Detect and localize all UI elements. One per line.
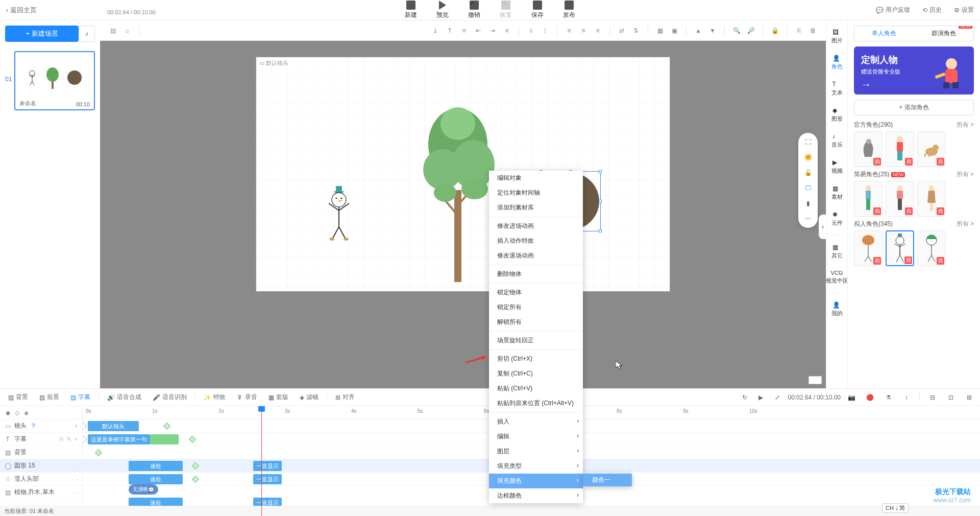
zoom-out-icon[interactable]: 🔎 xyxy=(745,25,756,36)
cm-cut[interactable]: 剪切 (Ctrl+X) xyxy=(489,351,583,366)
cat-humanoid-all[interactable]: 所有 > xyxy=(957,220,974,228)
stage[interactable]: ▭ 默认镜头 xyxy=(256,57,670,291)
collapse-right-panel[interactable]: › xyxy=(819,215,827,239)
cm-edit-object[interactable]: 编辑对象 xyxy=(489,171,583,185)
role-item[interactable]: 商 xyxy=(917,181,946,217)
rtab-material[interactable]: ▦素材 xyxy=(827,183,847,203)
role-item[interactable]: 商 xyxy=(886,181,914,217)
add-role-button[interactable]: + 添加角色 xyxy=(854,100,974,115)
rtab-component[interactable]: ✱元件 xyxy=(827,209,847,229)
role-item[interactable]: 商 xyxy=(854,131,883,167)
block-subtitle[interactable]: 这里是举例字幕第一句 xyxy=(88,434,150,444)
tl-record-icon[interactable]: 🔴 xyxy=(864,392,875,403)
rtab-role[interactable]: 👤角色 xyxy=(827,53,847,73)
align-right-icon[interactable]: ⇥ xyxy=(487,25,498,36)
flip-h-icon[interactable]: ⇄ xyxy=(616,25,627,36)
ime-indicator[interactable]: CH ♩ 简 xyxy=(882,503,909,513)
rtab-text[interactable]: T文本 xyxy=(827,79,847,99)
delete-icon[interactable]: 🗑 xyxy=(807,25,819,36)
cat-simple-all[interactable]: 所有 > xyxy=(957,170,974,179)
tree-object[interactable] xyxy=(414,103,501,282)
cm-exit-anim[interactable]: 修改退场动画 xyxy=(489,248,583,263)
align-center-v-icon[interactable]: ≡ xyxy=(458,25,470,36)
tl-fit-icon[interactable]: ⊡ xyxy=(945,392,957,403)
tl-loop-icon[interactable]: ↻ xyxy=(739,392,750,403)
snowman-object[interactable] xyxy=(326,186,352,241)
tab-group-role[interactable]: 群演角色NEW xyxy=(914,26,974,41)
block-always[interactable]: 一直显示 xyxy=(253,474,282,484)
tl-shrink-icon[interactable]: ⊟ xyxy=(927,392,938,403)
text-center-icon[interactable]: ≡ xyxy=(578,25,589,36)
tl-filter-icon[interactable]: ⚗ xyxy=(883,392,894,403)
ungroup-icon[interactable]: ▣ xyxy=(669,25,680,36)
cm-color-one[interactable]: 颜色一 xyxy=(583,474,632,486)
cm-paste-in-place[interactable]: 粘贴到原来位置 (Ctrl+Alt+V) xyxy=(489,396,583,411)
tab-single-role[interactable]: 单人角色 xyxy=(854,26,914,41)
help-icon[interactable]: ? xyxy=(30,423,37,430)
home-icon[interactable]: ⌂ xyxy=(121,25,133,36)
keyframe[interactable] xyxy=(189,436,196,443)
rtab-image[interactable]: 🖼图片 xyxy=(827,27,847,46)
cm-lock-all[interactable]: 锁定所有 xyxy=(489,300,583,315)
tl-expand-icon[interactable]: ⤢ xyxy=(772,392,783,403)
back-button[interactable]: ‹ 返回主页 xyxy=(6,6,37,15)
rtab-video[interactable]: ▶视频 xyxy=(827,157,847,177)
row-subtitle[interactable]: T字幕⎘✎+ xyxy=(0,433,82,446)
kf-add[interactable] xyxy=(83,423,87,430)
role-item[interactable]: 商 xyxy=(917,230,946,266)
block-fadein[interactable]: 速绘 xyxy=(129,474,183,484)
cm-copy[interactable]: 复制 (Ctrl+C) xyxy=(489,366,583,381)
group-icon[interactable]: ▦ xyxy=(654,25,666,36)
new-button[interactable]: 新建 xyxy=(405,1,417,19)
cm-layer[interactable]: 图层 xyxy=(489,444,583,459)
cm-unlock-all[interactable]: 解锁所有 xyxy=(489,315,583,330)
tl-tab-bg[interactable]: ▨ 背景 xyxy=(5,391,31,404)
fullscreen-icon[interactable]: ⛶ xyxy=(803,138,813,146)
distribute-v-icon[interactable]: ⫶ xyxy=(540,25,551,36)
redo-button[interactable]: ↷恢复 xyxy=(500,1,512,19)
keyframe[interactable] xyxy=(163,423,170,430)
canvas-mode-toggle[interactable] xyxy=(808,376,822,384)
cm-border-color[interactable]: 边框颜色 xyxy=(489,488,583,503)
settings-button[interactable]: ⚙ 设置 xyxy=(954,6,974,14)
tl-tab-fg[interactable]: ▨ 前景 xyxy=(36,391,62,404)
role-item[interactable]: 商 xyxy=(854,230,883,266)
scene-card[interactable]: 未命名 00:10 xyxy=(14,51,95,110)
scene-item[interactable]: 01 未命名 00:10 xyxy=(5,51,95,110)
text-left-icon[interactable]: ≡ xyxy=(564,25,575,36)
cm-fill-color[interactable]: 填充颜色 颜色一 xyxy=(489,474,583,488)
row-plant[interactable]: ▤植物,乔木,草木·· xyxy=(0,486,82,499)
cm-fill-type[interactable]: 填充类型 xyxy=(489,459,583,474)
rtab-shape[interactable]: ◆图形 xyxy=(827,105,847,125)
keyframe[interactable] xyxy=(192,476,199,483)
rtab-mine[interactable]: 👤我的 xyxy=(827,299,847,319)
cm-add-to-library[interactable]: 添加到素材库 xyxy=(489,200,583,215)
lock-icon[interactable]: 🔒 xyxy=(769,25,780,36)
unlock-icon[interactable]: 🔓 xyxy=(803,169,813,177)
tl-tab-template[interactable]: ▦ 套版 xyxy=(265,391,291,404)
bring-front-icon[interactable]: ▲ xyxy=(693,25,704,36)
flip-v-icon[interactable]: ⇅ xyxy=(630,25,642,36)
align-bottom-icon[interactable]: ⤓ xyxy=(430,25,441,36)
cm-lock[interactable]: 锁定物体 xyxy=(489,285,583,300)
publish-button[interactable]: 发布 xyxy=(563,1,575,19)
align-left-icon[interactable]: ⇤ xyxy=(473,25,484,36)
tl-tab-subtitle[interactable]: ▤ 字幕 xyxy=(67,391,93,404)
tl-play-icon[interactable]: ▶ xyxy=(755,392,767,403)
role-item[interactable]: 商 xyxy=(854,181,883,217)
playhead[interactable] xyxy=(261,406,262,516)
promo-card[interactable]: 定制人物 赠送骨骼专业版 → xyxy=(854,46,974,95)
keyframe[interactable] xyxy=(95,449,102,456)
monitor-icon[interactable]: 🖵 xyxy=(803,184,813,192)
align-top-icon[interactable]: ⤒ xyxy=(444,25,455,36)
send-back-icon[interactable]: ▼ xyxy=(707,25,718,36)
role-item-selected[interactable]: 商 xyxy=(886,230,914,266)
tl-tab-fx[interactable]: ✨ 特效 xyxy=(201,391,229,404)
more-icon[interactable]: ⋯ xyxy=(803,215,813,223)
layers-icon[interactable]: ▤ xyxy=(107,25,118,36)
cm-locate-timeline[interactable]: 定位对象时间轴 xyxy=(489,185,583,200)
rtab-other[interactable]: ▦其它 xyxy=(827,242,847,262)
cm-scene-rotate-reset[interactable]: 场景旋转回正 xyxy=(489,333,583,348)
keyframe[interactable] xyxy=(192,462,199,470)
history-button[interactable]: ⟲ 历史 xyxy=(922,6,942,14)
